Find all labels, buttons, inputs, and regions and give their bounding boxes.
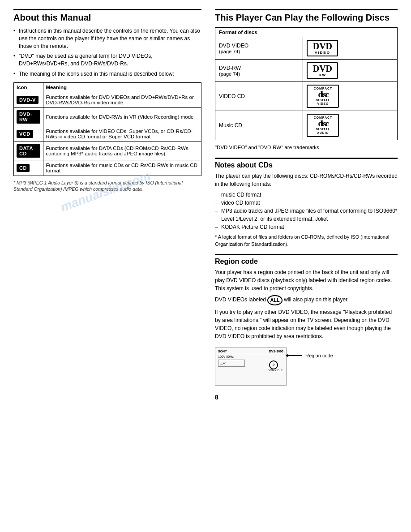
bullet-item-1: Instructions in this manual describe the… (13, 27, 201, 50)
bullet-item-2: "DVD" may be used as a general term for … (13, 52, 201, 68)
right-column: This Player Can Play the Following Discs… (215, 9, 398, 405)
table-row: DVD VIDEO (page 74) DVD VIDEO (215, 37, 398, 60)
notes-item-1: music CD format (215, 191, 398, 199)
disc-logo-cell: DVD RW (303, 60, 398, 82)
table-row: DATA CD Functions available for DATA CDs… (14, 142, 201, 160)
bullet-list: Instructions in this manual describe the… (13, 27, 201, 78)
disc-format-cell: VIDEO CD (215, 82, 303, 111)
table-row: DVD-RW Functions available for DVD-RWs i… (14, 107, 201, 126)
region-section: Region code Your player has a region cod… (215, 254, 398, 386)
table-row: DVD-V Functions available for DVD VIDEOs… (14, 92, 201, 107)
icon-badge: VCD (17, 130, 33, 138)
notes-item-3: MP3 audio tracks and JPEG image files of… (215, 207, 398, 223)
footnote: * MP3 (MPEG 1 Audio Layer 3) is a standa… (13, 180, 201, 193)
all-badge: ALL (267, 295, 282, 305)
region-p1: Your player has a region code printed on… (215, 268, 398, 292)
notes-title: Notes about CDs (215, 158, 398, 169)
icon-cell: DATA CD (14, 142, 43, 160)
dvd-video-logo: DVD VIDEO (307, 40, 338, 56)
trademark-note: "DVD VIDEO" and "DVD-RW" are trademarks. (215, 144, 398, 151)
region-title: Region code (215, 254, 398, 266)
region-code-label: Region code (305, 353, 333, 358)
meaning-cell: Functions available for music CDs or CD-… (43, 160, 201, 176)
table-row: VCD Functions available for VIDEO CDs, S… (14, 126, 201, 142)
disc-logo-cell: DVD VIDEO (303, 37, 398, 60)
icons-table-header-icon: Icon (14, 82, 43, 92)
icon-badge: CD (17, 164, 30, 172)
region-code-arrow-label: Region code (287, 353, 333, 358)
bullet-item-3: The meaning of the icons used in this ma… (13, 70, 201, 78)
region-p2: DVD VIDEOs labeled ALL will also play on… (215, 295, 398, 305)
disc-format-page: (page 74) (219, 49, 299, 54)
meaning-cell: Functions available for DVD-RWs in VR (V… (43, 107, 201, 126)
compact-disc-audio-logo: COMPACT disc DIGITAL AUDIO (307, 114, 339, 137)
table-row: DVD-RW (page 74) DVD RW (215, 60, 398, 82)
dvd-rw-logo: DVD RW (307, 62, 338, 79)
disc-format-name: Music CD (219, 122, 299, 129)
disc-format-name: VIDEO CD (219, 93, 299, 99)
left-column: About this Manual Instructions in this m… (13, 9, 201, 405)
disc-format-page: (page 74) (219, 71, 299, 77)
disc-format-cell: DVD VIDEO (page 74) (215, 37, 303, 60)
meaning-cell: Functions available for VIDEO CDs, Super… (43, 126, 201, 142)
icon-cell: DVD-RW (14, 107, 43, 126)
disc-logo-cell: COMPACT disc DIGITAL VIDEO (303, 82, 398, 111)
icon-cell: DVD-V (14, 92, 43, 107)
notes-item-2: video CD format (215, 199, 398, 207)
disc-logo-cell: COMPACT disc DIGITAL AUDIO (303, 111, 398, 140)
disc-format-name: DVD VIDEO (219, 43, 299, 49)
notes-intro: The player can play the following discs:… (215, 172, 398, 188)
discs-table-header: Format of discs (215, 28, 398, 37)
table-row: CD Functions available for music CDs or … (14, 160, 201, 176)
icons-table: Icon Meaning DVD-V Functions available f… (13, 82, 201, 176)
disc-format-cell: Music CD (215, 111, 303, 140)
icon-badge: DVD-V (17, 96, 39, 104)
right-title: This Player Can Play the Following Discs (215, 9, 398, 23)
icon-cell: CD (14, 160, 43, 176)
region-diagram: SONY DVS-3000 100V 50Hz __W SONY CLE (215, 348, 287, 386)
notes-item-4: KODAK Picture CD format (215, 223, 398, 231)
icon-badge: DVD-RW (17, 110, 40, 124)
page-number: 8 (215, 393, 398, 402)
table-row: Music CD COMPACT disc DIGITAL AUDIO (215, 111, 398, 140)
left-title: About this Manual (13, 9, 201, 23)
meaning-cell: Functions available for DATA CDs (CD-ROM… (43, 142, 201, 160)
disc-format-cell: DVD-RW (page 74) (215, 60, 303, 82)
discs-table: Format of discs DVD VIDEO (page 74) DVD … (215, 27, 398, 140)
table-row: VIDEO CD COMPACT disc DIGITAL VIDEO (215, 82, 398, 111)
icons-table-header-meaning: Meaning (43, 82, 201, 92)
region-p2-before: DVD VIDEOs labeled (215, 296, 266, 303)
icon-cell: VCD (14, 126, 43, 142)
meaning-cell: Functions available for DVD VIDEOs and D… (43, 92, 201, 107)
asterisk-note: * A logical format of files and folders … (215, 234, 398, 248)
icon-badge: DATA CD (17, 144, 40, 158)
notes-list: music CD format video CD format MP3 audi… (215, 191, 398, 231)
region-p2-after: will also play on this player. (284, 296, 349, 303)
compact-disc-video-logo: COMPACT disc DIGITAL VIDEO (307, 85, 339, 108)
region-p3: If you try to play any other DVD VIDEO, … (215, 308, 398, 340)
disc-format-name: DVD-RW (219, 65, 299, 71)
